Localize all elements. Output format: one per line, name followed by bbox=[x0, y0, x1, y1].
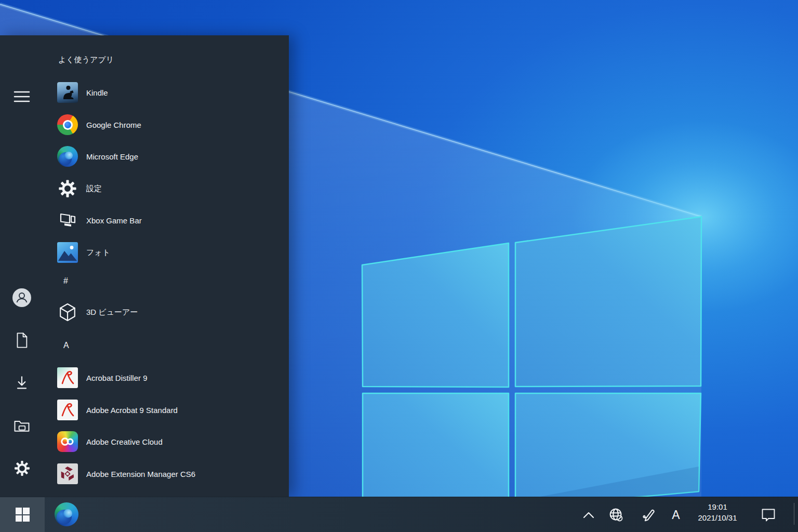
app-row-xbox-game-bar[interactable]: Xbox Game Bar bbox=[50, 206, 278, 234]
extension-manager-icon bbox=[57, 463, 78, 484]
app-row-kindle[interactable]: Kindle bbox=[50, 78, 278, 107]
show-desktop-divider[interactable] bbox=[794, 503, 794, 525]
section-header-a[interactable]: A bbox=[63, 341, 84, 350]
windows-logo-icon bbox=[16, 508, 30, 522]
user-avatar-icon bbox=[12, 288, 31, 307]
creative-cloud-icon bbox=[57, 431, 78, 452]
app-label: Adobe Creative Cloud bbox=[86, 437, 163, 446]
kindle-app-icon bbox=[57, 82, 78, 103]
windows-start-button[interactable] bbox=[0, 497, 45, 532]
documents-button[interactable] bbox=[12, 331, 31, 350]
clock-time: 19:01 bbox=[688, 501, 747, 512]
network-status-button[interactable] bbox=[607, 506, 625, 524]
frequent-apps-header: よく使うアプリ bbox=[58, 55, 114, 65]
app-row-photos[interactable]: フォト bbox=[50, 238, 278, 267]
hidden-icons-button[interactable] bbox=[580, 506, 597, 524]
globe-offline-icon bbox=[608, 507, 624, 523]
section-header-hash[interactable]: # bbox=[63, 276, 84, 286]
3d-viewer-cube-icon bbox=[57, 302, 78, 323]
photos-app-icon bbox=[57, 242, 78, 263]
settings-button[interactable] bbox=[12, 459, 31, 477]
app-row-google-chrome[interactable]: Google Chrome bbox=[50, 111, 278, 139]
action-center-button[interactable] bbox=[760, 506, 777, 524]
app-label: Kindle bbox=[86, 88, 108, 97]
app-label: Adobe Acrobat 9 Standard bbox=[86, 406, 178, 415]
app-label: Acrobat Distiller 9 bbox=[86, 374, 148, 382]
app-row-acrobat-distiller[interactable]: Acrobat Distiller 9 bbox=[50, 364, 278, 392]
app-label: Adobe Extension Manager CS6 bbox=[86, 470, 195, 478]
pen-icon bbox=[640, 507, 657, 523]
hamburger-menu-icon bbox=[14, 89, 30, 104]
adobe-acrobat-icon bbox=[57, 400, 78, 420]
edge-browser-icon bbox=[55, 502, 78, 526]
download-arrow-icon bbox=[13, 374, 31, 393]
notification-bubble-icon bbox=[760, 507, 777, 523]
acrobat-distiller-icon bbox=[57, 367, 78, 388]
windows-ink-button[interactable] bbox=[640, 506, 657, 524]
app-label: 設定 bbox=[86, 184, 102, 194]
pictures-folder-icon bbox=[12, 416, 31, 435]
chevron-up-icon bbox=[582, 511, 595, 519]
start-menu-panel: よく使うアプリ Kindle Google Chrome Microsoft E… bbox=[0, 35, 289, 497]
app-label: Microsoft Edge bbox=[86, 152, 138, 161]
settings-gear-icon bbox=[14, 460, 31, 477]
expand-menu-button[interactable] bbox=[12, 87, 31, 106]
ime-mode-indicator: A bbox=[672, 508, 680, 522]
downloads-button[interactable] bbox=[12, 374, 31, 393]
app-row-adobe-acrobat[interactable]: Adobe Acrobat 9 Standard bbox=[50, 396, 278, 424]
app-row-3d-viewer[interactable]: 3D ビューアー bbox=[50, 298, 278, 326]
clock-date: 2021/10/31 bbox=[688, 512, 747, 523]
app-row-microsoft-edge[interactable]: Microsoft Edge bbox=[50, 142, 278, 170]
edge-app-icon bbox=[57, 146, 78, 167]
settings-gear-icon bbox=[57, 178, 78, 199]
ime-mode-button[interactable]: A bbox=[667, 506, 685, 524]
taskbar-clock[interactable]: 19:01 2021/10/31 bbox=[688, 501, 747, 527]
app-label: フォト bbox=[86, 248, 110, 258]
xbox-game-bar-icon bbox=[57, 210, 78, 231]
taskbar-edge-button[interactable] bbox=[55, 502, 78, 526]
app-label: 3D ビューアー bbox=[86, 308, 138, 317]
app-label: Google Chrome bbox=[86, 121, 141, 129]
chrome-app-icon bbox=[57, 114, 78, 135]
pictures-button[interactable] bbox=[12, 416, 31, 435]
app-row-extension-manager[interactable]: Adobe Extension Manager CS6 bbox=[50, 460, 278, 488]
account-button[interactable] bbox=[12, 288, 31, 307]
app-row-creative-cloud[interactable]: Adobe Creative Cloud bbox=[50, 428, 278, 456]
document-icon bbox=[13, 330, 31, 350]
app-row-settings[interactable]: 設定 bbox=[50, 175, 278, 203]
app-label: Xbox Game Bar bbox=[86, 216, 142, 225]
